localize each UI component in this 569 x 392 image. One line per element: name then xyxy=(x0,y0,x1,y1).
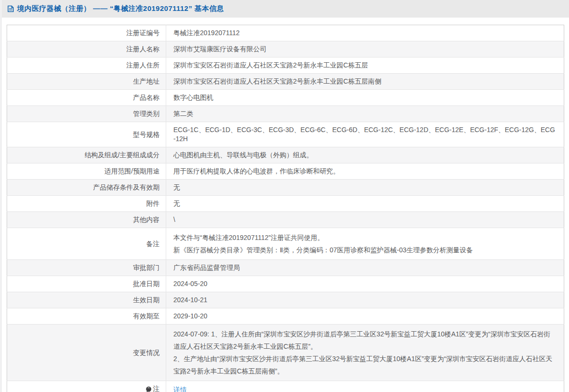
table-row: 附件 无 xyxy=(7,196,564,212)
row-value: 用于医疗机构提取人体的心电波群，作临床诊断和研究。 xyxy=(166,163,564,180)
table-row: 生效日期 2024-10-21 xyxy=(7,292,564,308)
table-container: 注册证编号 粤械注准20192071112 注册人名称 深圳市艾瑞康医疗设备有限… xyxy=(2,18,569,392)
document-icon xyxy=(7,5,15,13)
row-value: \ xyxy=(166,212,564,228)
table-row-remark: 备注 本文件与“粤械注准20192071112”注册证共同使用。 新《医疗器械分… xyxy=(7,228,564,260)
row-label: 有效期至 xyxy=(7,308,166,325)
table-row: 审批部门 广东省药品监督管理局 xyxy=(7,260,564,276)
details-link[interactable]: 详情 xyxy=(173,386,187,392)
row-value: 2024-07-09: 1、注册人住所由“深圳市宝安区沙井街道后亭第三工业区32… xyxy=(166,325,564,381)
row-value: 无 xyxy=(166,180,564,196)
registration-info-table: 注册证编号 粤械注准20192071112 注册人名称 深圳市艾瑞康医疗设备有限… xyxy=(7,25,564,392)
row-value: 广东省药品监督管理局 xyxy=(166,260,564,276)
row-label: 注 xyxy=(7,381,166,392)
note-label-text: 注 xyxy=(153,384,160,392)
row-label: 注册证编号 xyxy=(7,25,166,41)
row-label: 变更情况 xyxy=(7,325,166,381)
table-row: 其他内容 \ xyxy=(7,212,564,228)
row-value: 粤械注准20192071112 xyxy=(166,25,564,41)
table-row: 型号规格 ECG-1C、ECG-1D、ECG-3C、ECG-3D、ECG-6C、… xyxy=(7,122,564,147)
row-value: 深圳市艾瑞康医疗设备有限公司 xyxy=(166,41,564,57)
row-label: 备注 xyxy=(7,228,166,260)
page-title: 境内医疗器械（注册） —— “粤械注准20192071112” 基本信息 xyxy=(17,4,224,13)
table-row-note: 注 详情 xyxy=(7,381,564,392)
table-row: 注册人名称 深圳市艾瑞康医疗设备有限公司 xyxy=(7,41,564,57)
table-row: 批准日期 2024-05-20 xyxy=(7,276,564,292)
table-row: 注册证编号 粤械注准20192071112 xyxy=(7,25,564,41)
row-label: 审批部门 xyxy=(7,260,166,276)
row-label: 附件 xyxy=(7,196,166,212)
row-value: 2029-10-20 xyxy=(166,308,564,325)
table-row: 结构及组成/主要组成成分 心电图机由主机、导联线与电极（外购）组成。 xyxy=(7,147,564,163)
row-value: 数字心电图机 xyxy=(166,90,564,106)
table-row: 有效期至 2029-10-20 xyxy=(7,308,564,325)
row-value: 2024-10-21 xyxy=(166,292,564,308)
table-row: 产品储存条件及有效期 无 xyxy=(7,180,564,196)
row-label: 注册人住所 xyxy=(7,57,166,74)
table-row-changes: 变更情况 2024-07-09: 1、注册人住所由“深圳市宝安区沙井街道后亭第三… xyxy=(7,325,564,381)
table-row: 注册人住所 深圳市宝安区石岩街道应人石社区天宝路2号新永丰工业园C栋五层 xyxy=(7,57,564,74)
row-label: 注册人名称 xyxy=(7,41,166,57)
row-value: 第二类 xyxy=(166,106,564,122)
row-label: 生产地址 xyxy=(7,74,166,90)
table-row: 适用范围/预期用途 用于医疗机构提取人体的心电波群，作临床诊断和研究。 xyxy=(7,163,564,180)
row-value: 详情 xyxy=(166,381,564,392)
table-row: 产品名称 数字心电图机 xyxy=(7,90,564,106)
row-value: 无 xyxy=(166,196,564,212)
row-value: 深圳市宝安区石岩街道应人石社区天宝路2号新永丰工业园C栋五层 xyxy=(166,57,564,74)
row-label: 结构及组成/主要组成成分 xyxy=(7,147,166,163)
row-value: 本文件与“粤械注准20192071112”注册证共同使用。 新《医疗器械分类目录… xyxy=(166,228,564,260)
row-value: 深圳市宝安区石岩街道应人石社区天宝路2号新永丰工业园C栋五层南侧 xyxy=(166,74,564,90)
row-label: 管理类别 xyxy=(7,106,166,122)
row-label: 其他内容 xyxy=(7,212,166,228)
row-label: 批准日期 xyxy=(7,276,166,292)
page-container: 境内医疗器械（注册） —— “粤械注准20192071112” 基本信息 注册证… xyxy=(2,0,569,392)
lightbulb-icon xyxy=(145,386,152,392)
remark-line-1: 本文件与“粤械注准20192071112”注册证共同使用。 xyxy=(173,231,557,244)
row-label: 适用范围/预期用途 xyxy=(7,163,166,180)
row-label: 产品名称 xyxy=(7,90,166,106)
row-value: 2024-05-20 xyxy=(166,276,564,292)
table-row: 生产地址 深圳市宝安区石岩街道应人石社区天宝路2号新永丰工业园C栋五层南侧 xyxy=(7,74,564,90)
row-value: 心电图机由主机、导联线与电极（外购）组成。 xyxy=(166,147,564,163)
change-line-1: 2024-07-09: 1、注册人住所由“深圳市宝安区沙井街道后亭第三工业区32… xyxy=(173,328,557,353)
remark-line-2: 新《医疗器械分类目录》管理类别：Ⅱ类，分类编码：07医用诊察和监护器械-03生理… xyxy=(173,244,557,256)
row-label: 型号规格 xyxy=(7,122,166,147)
table-row: 管理类别 第二类 xyxy=(7,106,564,122)
row-label: 产品储存条件及有效期 xyxy=(7,180,166,196)
row-label: 生效日期 xyxy=(7,292,166,308)
title-bar: 境内医疗器械（注册） —— “粤械注准20192071112” 基本信息 xyxy=(2,0,569,18)
change-line-2: 2、生产地址由“深圳市宝安区沙井街道后亭第三工业区32号新宝益工贸大厦10楼A1… xyxy=(173,353,557,377)
row-value: ECG-1C、ECG-1D、ECG-3C、ECG-3D、ECG-6C、ECG-6… xyxy=(166,122,564,147)
